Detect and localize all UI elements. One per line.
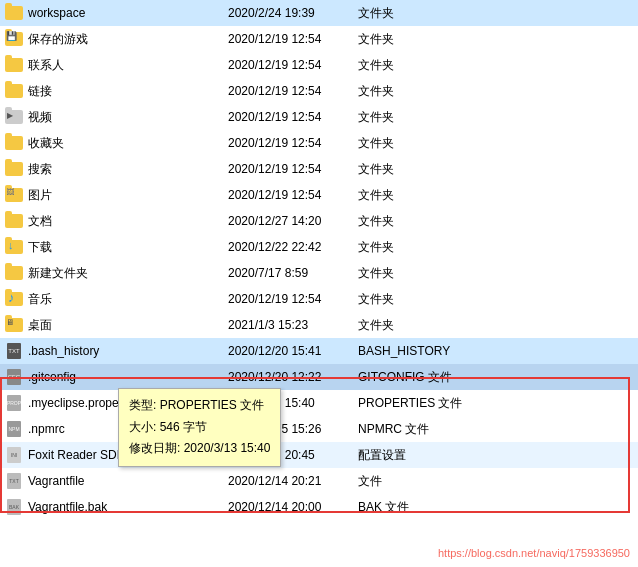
foxit-file-icon: INI (4, 445, 24, 465)
folder-icon (4, 211, 24, 231)
file-date: 2020/12/19 12:54 (228, 58, 358, 72)
file-date: 2020/12/19 12:54 (228, 162, 358, 176)
table-row[interactable]: 收藏夹 2020/12/19 12:54 文件夹 (0, 130, 638, 156)
folder-icon (4, 159, 24, 179)
npm-file-icon: NPM (4, 419, 24, 439)
file-type: 文件夹 (358, 265, 634, 282)
file-name: 视频 (28, 109, 228, 126)
music-folder-icon: ♪ (4, 289, 24, 309)
file-date: 2020/12/22 22:42 (228, 240, 358, 254)
file-type: NPMRC 文件 (358, 421, 634, 438)
file-date: 2020/7/17 8:59 (228, 266, 358, 280)
file-type: 文件夹 (358, 57, 634, 74)
file-date: 2020/12/27 14:20 (228, 214, 358, 228)
folder-icon (4, 133, 24, 153)
tooltip-date: 修改日期: 2020/3/13 15:40 (129, 438, 270, 460)
file-date: 2020/12/19 12:54 (228, 32, 358, 46)
table-row[interactable]: 链接 2020/12/19 12:54 文件夹 (0, 78, 638, 104)
vagrantfile-bak-row[interactable]: BAK Vagrantfile.bak 2020/12/14 20:00 BAK… (0, 494, 638, 520)
file-date: 2020/12/19 12:54 (228, 84, 358, 98)
tooltip-size: 大小: 546 字节 (129, 417, 270, 439)
file-date: 2020/2/24 19:39 (228, 6, 358, 20)
file-type: 文件夹 (358, 317, 634, 334)
file-name: .bash_history (28, 344, 228, 358)
bash-file-icon: TXT (4, 341, 24, 361)
gitconfig-row[interactable]: CFG .gitconfig 2020/12/20 12:22 GITCONFI… (0, 364, 638, 390)
file-type: 文件夹 (358, 161, 634, 178)
file-name: 图片 (28, 187, 228, 204)
table-row[interactable]: ↓ 下载 2020/12/22 22:42 文件夹 (0, 234, 638, 260)
table-row[interactable]: 文档 2020/12/27 14:20 文件夹 (0, 208, 638, 234)
file-type: 文件夹 (358, 83, 634, 100)
file-date: 2020/12/19 12:54 (228, 110, 358, 124)
file-name: 保存的游戏 (28, 31, 228, 48)
npmrc-row[interactable]: NPM .npmrc 2020/12/15 15:26 NPMRC 文件 (0, 416, 638, 442)
git-file-icon: CFG (4, 367, 24, 387)
vagrantfile-row[interactable]: TXT Vagrantfile 2020/12/14 20:21 文件 (0, 468, 638, 494)
myeclipse-row[interactable]: PROP .myeclipse.properties 2020/3/13 15:… (0, 390, 638, 416)
table-row[interactable]: 💾 保存的游戏 2020/12/19 12:54 文件夹 (0, 26, 638, 52)
file-type: 文件夹 (358, 135, 634, 152)
table-row[interactable]: 搜索 2020/12/19 12:54 文件夹 (0, 156, 638, 182)
table-row[interactable]: ♪ 音乐 2020/12/19 12:54 文件夹 (0, 286, 638, 312)
file-name: 下载 (28, 239, 228, 256)
file-date: 2020/12/14 20:21 (228, 474, 358, 488)
file-type: 文件夹 (358, 291, 634, 308)
file-date: 2020/12/20 15:41 (228, 344, 358, 358)
video-folder-icon: ▶ (4, 107, 24, 127)
folder-icon (4, 3, 24, 23)
file-date: 2020/12/19 12:54 (228, 188, 358, 202)
download-folder-icon: ↓ (4, 237, 24, 257)
file-date: 2020/12/19 12:54 (228, 292, 358, 306)
file-type: 配置设置 (358, 447, 634, 464)
folder-icon (4, 81, 24, 101)
table-row[interactable]: 联系人 2020/12/19 12:54 文件夹 (0, 52, 638, 78)
file-list: workspace 2020/2/24 19:39 文件夹 💾 保存的游戏 20… (0, 0, 638, 520)
file-date: 2020/12/20 12:22 (228, 370, 358, 384)
file-type: PROPERTIES 文件 (358, 395, 634, 412)
folder-icon (4, 263, 24, 283)
file-name: 收藏夹 (28, 135, 228, 152)
file-date: 2020/12/14 20:00 (228, 500, 358, 514)
file-type: 文件夹 (358, 239, 634, 256)
desktop-folder-icon: 🖥 (4, 315, 24, 335)
file-type: BAK 文件 (358, 499, 634, 516)
tooltip-type: 类型: PROPERTIES 文件 (129, 395, 270, 417)
file-type: 文件夹 (358, 187, 634, 204)
file-name: Vagrantfile (28, 474, 228, 488)
file-type: 文件夹 (358, 31, 634, 48)
file-name: 桌面 (28, 317, 228, 334)
folder-icon (4, 55, 24, 75)
file-name: 搜索 (28, 161, 228, 178)
file-name: 音乐 (28, 291, 228, 308)
folder-icon: 💾 (4, 29, 24, 49)
table-row[interactable]: workspace 2020/2/24 19:39 文件夹 (0, 0, 638, 26)
file-name: 新建文件夹 (28, 265, 228, 282)
watermark: https://blog.csdn.net/naviq/1759336950 (438, 547, 630, 559)
file-type: 文件夹 (358, 213, 634, 230)
file-tooltip: 类型: PROPERTIES 文件 大小: 546 字节 修改日期: 2020/… (118, 388, 281, 467)
table-row[interactable]: 新建文件夹 2020/7/17 8:59 文件夹 (0, 260, 638, 286)
file-name: 链接 (28, 83, 228, 100)
file-name: 文档 (28, 213, 228, 230)
file-type: 文件夹 (358, 109, 634, 126)
file-name: Vagrantfile.bak (28, 500, 228, 514)
file-name: workspace (28, 6, 228, 20)
file-type: GITCONFIG 文件 (358, 369, 634, 386)
vagrant-file-icon: TXT (4, 471, 24, 491)
file-type: 文件 (358, 473, 634, 490)
file-type: BASH_HISTORY (358, 344, 634, 358)
file-date: 2021/1/3 15:23 (228, 318, 358, 332)
file-name: .gitconfig (28, 370, 228, 384)
bash-history-row[interactable]: TXT .bash_history 2020/12/20 15:41 BASH_… (0, 338, 638, 364)
foxit-row[interactable]: INI Foxit Reader SDK 2020/7/17 20:45 配置设… (0, 442, 638, 468)
file-name: 联系人 (28, 57, 228, 74)
pictures-folder-icon: 🖼 (4, 185, 24, 205)
props-file-icon: PROP (4, 393, 24, 413)
bak-file-icon: BAK (4, 497, 24, 517)
file-date: 2020/12/19 12:54 (228, 136, 358, 150)
table-row[interactable]: 🖼 图片 2020/12/19 12:54 文件夹 (0, 182, 638, 208)
table-row[interactable]: ▶ 视频 2020/12/19 12:54 文件夹 (0, 104, 638, 130)
file-type: 文件夹 (358, 5, 634, 22)
table-row[interactable]: 🖥 桌面 2021/1/3 15:23 文件夹 (0, 312, 638, 338)
